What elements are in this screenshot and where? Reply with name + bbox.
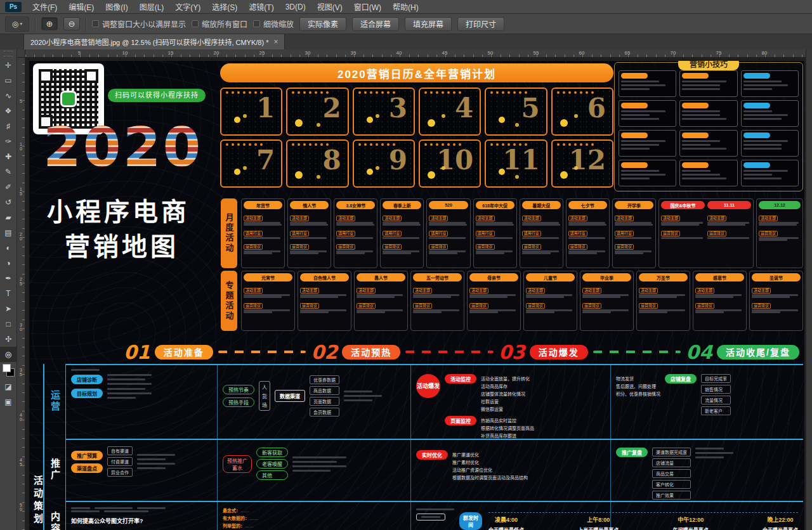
- pen-tool[interactable]: ✒: [0, 271, 16, 286]
- node-pill: 渠道盘点: [71, 463, 103, 473]
- document-tab[interactable]: 2020小程序电商营销地图.jpg @ 12.5% (扫码可以获得小程序扶持, …: [23, 34, 285, 49]
- calendar-banner: 2020营销日历&全年营销计划: [220, 63, 613, 82]
- menu-item[interactable]: 图层(L): [134, 0, 170, 14]
- node-pill: 店铺诊断: [71, 375, 103, 384]
- ruler-label: 40: [376, 49, 422, 57]
- ruler-origin[interactable]: [17, 49, 25, 58]
- gradient-tool[interactable]: ▤: [0, 225, 16, 240]
- shape-tool[interactable]: □: [0, 316, 16, 332]
- fit-screen-button[interactable]: 适合屏幕: [352, 17, 399, 31]
- leaf-node: 目标完成率: [701, 374, 731, 383]
- phase-header-row: 01 活动准备 02 活动预热 03 活动爆发 04 活动收尾/复盘: [68, 341, 799, 363]
- zoom-tool-preset[interactable]: ◎ ▾: [5, 16, 29, 32]
- card-row-label: 运营建议: [707, 231, 726, 236]
- hand-tool[interactable]: ✣: [0, 332, 16, 347]
- panel-dock-strip[interactable]: [806, 49, 812, 530]
- menu-item[interactable]: 文字(Y): [169, 0, 206, 14]
- resize-windows-checkbox[interactable]: 调整窗口大小以满屏显示: [92, 18, 186, 29]
- wechat-icon: [60, 91, 77, 107]
- promotion-preheat: 预热推广蓄水 新客获取老客唤醒其他: [217, 440, 410, 501]
- menu-item[interactable]: 帮助(H): [387, 0, 424, 14]
- menu-item[interactable]: 窗口(W): [348, 0, 387, 14]
- eraser-tool[interactable]: ▰: [0, 210, 16, 225]
- phase-label: 活动准备: [155, 345, 213, 359]
- card-row-label: 活动主题: [290, 216, 309, 221]
- menu-item[interactable]: 滤镜(T): [243, 0, 279, 14]
- ruler-label: 10: [102, 49, 148, 57]
- document-canvas[interactable]: 扫码可以获得小程序扶持 2020 小程序电商 营销地图 2020营销日历&全年营…: [25, 58, 806, 530]
- activity-name: 暑期大促: [522, 201, 561, 209]
- foreground-color-swatch[interactable]: [3, 364, 11, 372]
- card-row-label: 活动主题: [526, 288, 545, 294]
- screen-mode-tool[interactable]: ▣: [0, 394, 16, 410]
- card-row-label: 运营建议: [661, 231, 680, 236]
- card-row-label: 活动主题: [695, 288, 714, 294]
- menu-bar: Ps 文件(F)编辑(E)图像(I)图层(L)文字(Y)选择(S)滤镜(T)3D…: [0, 0, 812, 14]
- tip-card: [741, 130, 799, 157]
- preheat-pill: 预热推广蓄水: [223, 455, 252, 473]
- tip-card: [741, 160, 799, 186]
- menu-item[interactable]: 文件(F): [27, 0, 63, 14]
- card-row-label: 活动主题: [639, 288, 658, 294]
- card-row-label: 活动主题: [476, 216, 495, 221]
- optimize-item: 根据数据及时调整页面活动及商品结构: [452, 474, 528, 481]
- activity-card: 暑期大促 活动主题 适用行业 运营建议: [520, 198, 563, 268]
- panel-grip[interactable]: [4, 51, 13, 56]
- workflow-area: 活动策划 运营 推广 内容 店铺诊断: [29, 364, 803, 530]
- color-swatches[interactable]: [0, 362, 16, 379]
- menu-item[interactable]: 3D(D): [280, 0, 311, 14]
- card-row-label: 运营建议: [752, 303, 771, 309]
- tip-card: [679, 70, 737, 97]
- activity-name: 3.8女神节: [336, 201, 375, 209]
- healing-brush-tool[interactable]: ✚: [0, 149, 16, 164]
- crop-tool[interactable]: ♯: [0, 119, 16, 134]
- fill-screen-button[interactable]: 填充屏幕: [405, 17, 452, 31]
- menu-item[interactable]: 视图(V): [311, 0, 348, 14]
- activity-card: 开学季 活动主题 适用行业 运营建议: [612, 198, 656, 268]
- lasso-tool[interactable]: ∿: [0, 88, 16, 103]
- clone-stamp-tool[interactable]: ✐: [0, 179, 16, 195]
- activity-name: 五一劳动节: [413, 273, 462, 281]
- history-brush-tool[interactable]: ↺: [0, 195, 16, 210]
- path-selection-tool[interactable]: ➤: [0, 301, 16, 316]
- activity-name: 毕业季: [582, 273, 631, 281]
- zoom-tool[interactable]: ◎: [0, 347, 16, 362]
- dash-connector: [593, 351, 681, 353]
- monitor-item: 热销商品实时监控: [481, 417, 534, 423]
- month-cell: 11: [485, 139, 547, 188]
- month-cell: 7: [220, 139, 282, 188]
- ruler-label: 25: [17, 259, 25, 304]
- zoom-out-icon: ⊖: [69, 19, 75, 29]
- monitor-item: 补货商品库存跟进: [481, 432, 534, 439]
- close-icon[interactable]: ×: [273, 37, 278, 46]
- zoom-in-toggle[interactable]: ⊕: [41, 17, 58, 30]
- poster-title-line1: 小程序电商: [47, 191, 190, 228]
- eyedropper-tool[interactable]: ✑: [0, 134, 16, 149]
- review-leaf: 推广效果: [652, 491, 691, 500]
- move-tool[interactable]: ✛: [0, 58, 16, 73]
- scrubby-zoom-checkbox[interactable]: 细微缩放: [253, 18, 294, 29]
- content-band: 如何提高公众号图文打开率? 悬念式：……: [66, 501, 803, 530]
- leaf-node: 新老客户: [701, 406, 731, 415]
- actual-pixels-button[interactable]: 实际像素: [299, 17, 346, 31]
- marquee-tool[interactable]: ▭: [0, 73, 16, 88]
- activity-name: 520: [429, 201, 468, 209]
- type-tool[interactable]: T: [0, 286, 16, 301]
- zoom-all-windows-checkbox[interactable]: 缩放所有窗口: [192, 18, 247, 29]
- activity-name: 12.12: [759, 201, 801, 209]
- quick-selection-tool[interactable]: ❖: [0, 103, 16, 119]
- highlight-dot: [428, 119, 435, 127]
- menu-item[interactable]: 选择(S): [206, 0, 243, 14]
- dodge-tool[interactable]: ◑: [0, 255, 16, 271]
- menu-item[interactable]: 编辑(E): [63, 0, 100, 14]
- node-pill: 推广预算: [71, 451, 103, 460]
- brush-tool[interactable]: ✎: [0, 164, 16, 179]
- activity-name: 儿童节: [526, 273, 575, 281]
- menu-item[interactable]: 图像(I): [100, 0, 133, 14]
- month-number: 4: [455, 95, 473, 122]
- zoom-out-toggle[interactable]: ⊖: [63, 17, 80, 30]
- quick-mask-tool[interactable]: ◪: [0, 379, 16, 394]
- blur-tool[interactable]: ◐: [0, 240, 16, 255]
- print-size-button[interactable]: 打印尺寸: [457, 17, 504, 31]
- tips-title: 营销小技巧: [678, 61, 739, 70]
